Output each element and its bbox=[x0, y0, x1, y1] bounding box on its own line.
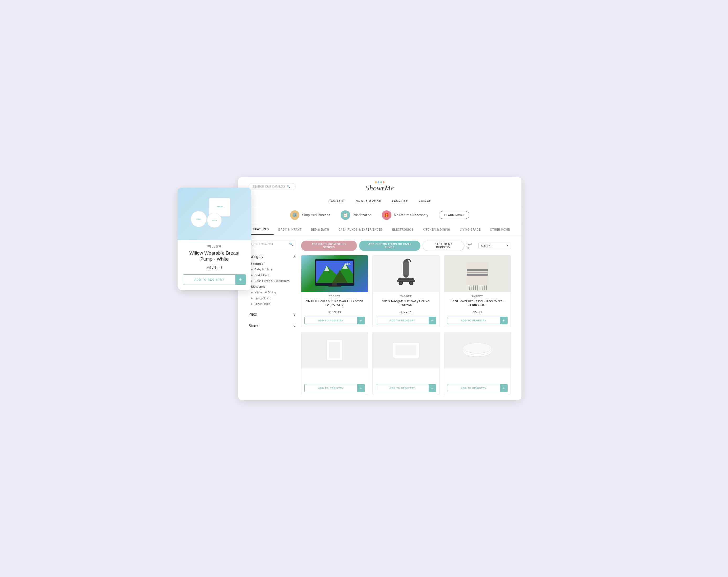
catalog-search-text: SEARCH OUR CATALOG bbox=[253, 185, 285, 188]
svg-point-22 bbox=[400, 282, 402, 284]
price-filter: Price ∨ bbox=[249, 310, 296, 319]
site-header: SEARCH OUR CATALOG 🔍 ShowrMe REGISTRY H bbox=[238, 177, 521, 206]
plus-icon-4: + bbox=[357, 384, 365, 392]
product-price-tv: $299.99 bbox=[305, 310, 365, 314]
svg-line-35 bbox=[481, 285, 481, 290]
product-card-4: ADD TO REGISTRY + bbox=[301, 331, 368, 395]
add-custom-items-button[interactable]: ADD CUSTOM ITEMS OR CASH FUNDS bbox=[359, 241, 420, 251]
svg-rect-25 bbox=[467, 269, 488, 271]
nav-how-it-works[interactable]: HOW IT WORKS bbox=[356, 198, 381, 203]
add-registry-button-4[interactable]: ADD TO REGISTRY + bbox=[305, 384, 365, 392]
sort-select[interactable]: Sort by... Price: Low to High Price: Hig… bbox=[478, 243, 511, 249]
tab-cash-funds[interactable]: CASH FUNDS & EXPERIENCES bbox=[334, 224, 388, 235]
drop-3 bbox=[380, 181, 382, 183]
nav-benefits[interactable]: BENEFITS bbox=[392, 198, 408, 203]
filter-item-living[interactable]: ▶ Living Space bbox=[249, 295, 296, 301]
product-name-towel: Hand Towel with Tassel - Black/White - H… bbox=[447, 299, 508, 308]
product-info-5: ADD TO REGISTRY + bbox=[373, 368, 439, 395]
chevron-down-icon: ∨ bbox=[293, 324, 296, 328]
plus-icon-6: + bbox=[500, 384, 507, 392]
add-registry-button-towel[interactable]: ADD TO REGISTRY + bbox=[447, 317, 508, 324]
svg-line-31 bbox=[473, 285, 474, 290]
product-card-5: ADD TO REGISTRY + bbox=[372, 331, 440, 395]
towel-svg bbox=[462, 257, 493, 291]
price-filter-header[interactable]: Price ∨ bbox=[249, 310, 296, 319]
floating-card-image: willow willow willow bbox=[178, 188, 251, 240]
floating-add-to-registry-button[interactable]: ADD TO REGISTRY + bbox=[183, 274, 246, 285]
no-returns-icon: 🎁 bbox=[382, 210, 391, 220]
product-area: ADD GIFTS FROM OTHER STORES ADD CUSTOM I… bbox=[301, 241, 511, 395]
svg-rect-40 bbox=[329, 342, 340, 358]
catalog-search-bar[interactable]: SEARCH OUR CATALOG 🔍 bbox=[249, 183, 296, 190]
filter-item-baby[interactable]: ▶ Baby & Infant bbox=[249, 267, 296, 272]
filter-item-kitchen[interactable]: ▶ Kitchen & Dining bbox=[249, 290, 296, 295]
prioritization-icon: 📋 bbox=[341, 210, 350, 220]
add-registry-label-4: ADD TO REGISTRY bbox=[305, 385, 357, 391]
arrow-icon: ▶ bbox=[251, 303, 253, 305]
drop-1 bbox=[375, 181, 376, 183]
tab-living-space[interactable]: LIVING SPACE bbox=[455, 224, 485, 235]
sidebar: QUICK SEARCH 🔍 Category ∧ Featured ▶ Bab… bbox=[249, 241, 296, 395]
product-info-vacuum: TARGET Shark Navigator Lift-Away Deluxe-… bbox=[373, 292, 439, 327]
filter-item-other-home[interactable]: ▶ Other Home bbox=[249, 301, 296, 307]
product-image-5 bbox=[373, 332, 439, 368]
add-registry-label-6: ADD TO REGISTRY bbox=[447, 385, 500, 391]
product-grid: VIZIO TARGET VIZIO D-Series 50" Class 4K… bbox=[301, 255, 511, 395]
svg-rect-27 bbox=[467, 274, 488, 276]
header-top: SEARCH OUR CATALOG 🔍 ShowrMe bbox=[249, 181, 511, 195]
add-gifts-other-stores-button[interactable]: ADD GIFTS FROM OTHER STORES bbox=[301, 241, 357, 251]
white-item-svg bbox=[321, 334, 348, 366]
add-registry-button-5[interactable]: ADD TO REGISTRY + bbox=[376, 384, 436, 392]
floating-brand: WILLOW bbox=[183, 245, 246, 248]
filter-item-electronics[interactable]: Electronics bbox=[249, 284, 296, 290]
svg-rect-26 bbox=[467, 272, 488, 273]
filter-item-bed-bath[interactable]: ▶ Bed & Bath bbox=[249, 272, 296, 278]
product-card-tv: VIZIO TARGET VIZIO D-Series 50" Class 4K… bbox=[301, 255, 368, 327]
tab-featured[interactable]: FEATURED bbox=[249, 224, 274, 235]
add-registry-label-vacuum: ADD TO REGISTRY bbox=[376, 317, 428, 324]
arrow-icon: ▶ bbox=[251, 291, 253, 294]
category-tabs: FEATURED BABY & INFANT BED & BATH CASH F… bbox=[238, 224, 521, 235]
tab-electronics[interactable]: ELECTRONICS bbox=[387, 224, 418, 235]
nav-guides[interactable]: GUIDES bbox=[418, 198, 431, 203]
add-registry-label-tv: ADD TO REGISTRY bbox=[305, 317, 357, 324]
filter-item-featured[interactable]: Featured bbox=[249, 261, 296, 267]
tab-bed-bath[interactable]: BED & BATH bbox=[306, 224, 334, 235]
svg-text:willow: willow bbox=[216, 205, 223, 208]
product-image-vacuum bbox=[373, 255, 439, 292]
nav-registry[interactable]: REGISTRY bbox=[328, 198, 345, 203]
sort-by-label: Sort by: bbox=[466, 243, 476, 249]
learn-more-button[interactable]: LEARN MORE bbox=[439, 211, 469, 219]
add-registry-button-tv[interactable]: ADD TO REGISTRY + bbox=[305, 317, 365, 324]
plus-icon-5: + bbox=[428, 384, 436, 392]
main-nav: REGISTRY HOW IT WORKS BENEFITS GUIDES bbox=[249, 195, 511, 206]
back-to-registry-button[interactable]: BACK TO MY REGISTRY bbox=[422, 241, 465, 251]
logo-drops bbox=[366, 181, 394, 183]
stores-filter-header[interactable]: Stores ∨ bbox=[249, 322, 296, 330]
quick-search-input[interactable]: QUICK SEARCH 🔍 bbox=[249, 241, 296, 248]
add-registry-button-vacuum[interactable]: ADD TO REGISTRY + bbox=[376, 317, 436, 324]
product-name-vacuum: Shark Navigator Lift-Away Deluxe- Charco… bbox=[376, 299, 436, 308]
filter-item-cash-funds[interactable]: ▶ Cash Funds & Experiences bbox=[249, 278, 296, 284]
svg-rect-17 bbox=[403, 262, 409, 275]
svg-line-29 bbox=[469, 285, 470, 290]
svg-rect-15 bbox=[328, 285, 341, 287]
tab-other-home[interactable]: OTHER HOME bbox=[485, 224, 515, 235]
category-filter-header[interactable]: Category ∧ bbox=[249, 252, 296, 261]
tab-kitchen-dining[interactable]: KITCHEN & DINING bbox=[418, 224, 455, 235]
site-logo[interactable]: ShowrMe bbox=[366, 184, 394, 192]
svg-line-38 bbox=[486, 285, 487, 290]
floating-add-label: ADD TO REGISTRY bbox=[183, 276, 235, 284]
tab-baby-infant[interactable]: BABY & INFANT bbox=[274, 224, 306, 235]
price-label: Price bbox=[249, 312, 257, 316]
product-name-tv: VIZIO D-Series 50" Class 4K HDR Smart TV… bbox=[305, 299, 365, 308]
soap-dish-svg bbox=[459, 337, 496, 363]
add-registry-button-6[interactable]: ADD TO REGISTRY + bbox=[447, 384, 508, 392]
product-store-tv: TARGET bbox=[305, 295, 365, 297]
category-filter: Category ∧ Featured ▶ Baby & Infant ▶ Be… bbox=[249, 252, 296, 307]
product-card-towel: TARGET Hand Towel with Tassel - Black/Wh… bbox=[444, 255, 511, 327]
floating-plus-icon: + bbox=[235, 275, 245, 284]
product-store-towel: TARGET bbox=[447, 295, 508, 297]
floating-product-price: $479.99 bbox=[183, 266, 246, 270]
product-info-4: ADD TO REGISTRY + bbox=[301, 368, 368, 395]
